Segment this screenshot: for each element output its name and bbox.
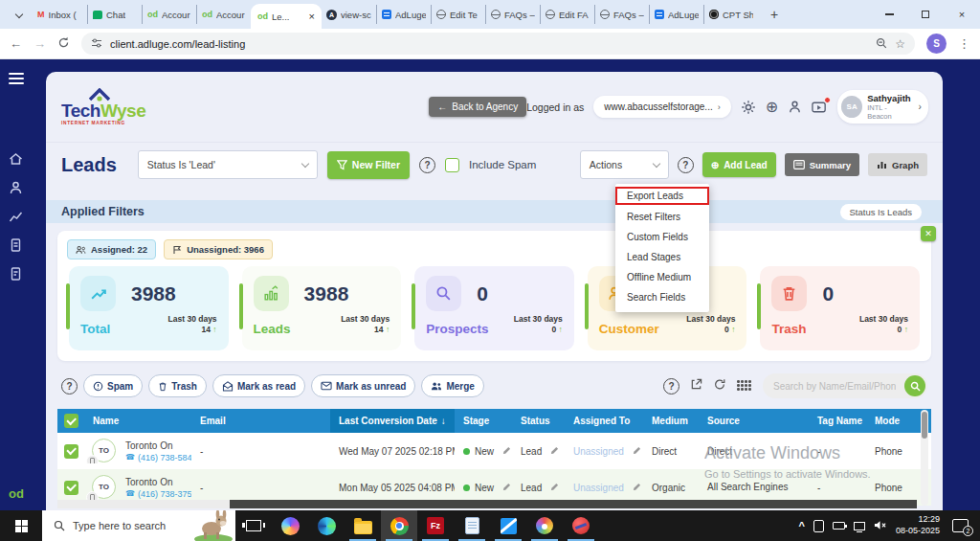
lead-phone[interactable]: ☎(416) 738-3759	[125, 489, 191, 499]
column-header-status[interactable]: Status	[512, 416, 565, 426]
sidebar-analytics-icon[interactable]	[8, 209, 24, 224]
new-filter-button[interactable]: New Filter	[327, 151, 410, 179]
forward-icon[interactable]: →	[33, 36, 46, 51]
select-all-checkbox[interactable]	[64, 414, 78, 428]
zoom-out-icon[interactable]	[876, 37, 887, 51]
expand-icon[interactable]	[690, 377, 702, 394]
row-checkbox[interactable]	[64, 481, 78, 495]
help-icon[interactable]: ?	[678, 157, 694, 173]
edit-pencil-icon[interactable]	[550, 446, 559, 457]
vertical-scrollbar[interactable]	[921, 410, 928, 506]
search-button[interactable]	[904, 375, 925, 396]
actions-select[interactable]: Actions	[580, 150, 669, 179]
volume-muted-icon[interactable]	[874, 517, 887, 534]
browser-tab-view-source[interactable]: Aview-sc	[322, 5, 376, 24]
file-explorer-button[interactable]	[345, 510, 381, 541]
browser-profile-avatar[interactable]: S	[926, 34, 947, 54]
menu-item-export-leads[interactable]: Export Leads	[615, 187, 709, 205]
stat-card-total[interactable]: 3988 TotalLast 30 days14 ↑	[69, 266, 229, 350]
browser-tab-lead-listing-active[interactable]: odLe...×	[251, 4, 322, 29]
column-header-medium[interactable]: Medium	[643, 416, 699, 426]
new-tab-button[interactable]: +	[762, 3, 787, 26]
column-header-mode[interactable]: Mode	[866, 416, 917, 426]
column-header-last-conversion-date[interactable]: Last Conversion Date↓	[330, 409, 455, 433]
battery-icon[interactable]	[833, 522, 845, 530]
edit-pencil-icon[interactable]	[502, 483, 511, 493]
browser-tab-faqs-1[interactable]: FAQs –	[485, 5, 540, 24]
paint-button[interactable]	[526, 510, 563, 541]
taskbar-clock[interactable]: 12:29 08-05-2025	[896, 514, 940, 536]
edit-pencil-icon[interactable]	[633, 446, 641, 457]
notepad-button[interactable]	[454, 510, 490, 541]
reload-icon[interactable]	[57, 36, 70, 52]
taskbar-search[interactable]: Type here to search	[42, 510, 235, 541]
stat-card-trash[interactable]: 0 TrashLast 30 days0 ↑	[760, 266, 920, 350]
back-to-agency-button[interactable]: ←Back to Agency	[429, 97, 526, 117]
start-button[interactable]	[0, 510, 42, 541]
summary-button[interactable]: Summary	[785, 153, 859, 176]
help-icon[interactable]: ?	[61, 378, 78, 394]
settings-gear-icon[interactable]	[741, 100, 756, 115]
sidebar-document-icon[interactable]	[8, 266, 24, 282]
stat-card-prospects[interactable]: 0 ProspectsLast 30 days0 ↑	[414, 266, 574, 350]
browser-menu-icon[interactable]: ⋮	[958, 36, 970, 51]
site-settings-icon[interactable]	[91, 37, 102, 51]
browser-tab-edit-te[interactable]: Edit Te	[431, 5, 485, 24]
include-spam-checkbox[interactable]	[445, 158, 459, 172]
browser-tab-chat[interactable]: Chat	[87, 5, 142, 24]
bookmark-star-icon[interactable]: ☆	[895, 37, 905, 51]
network-icon[interactable]	[854, 522, 865, 530]
menu-item-lead-stages[interactable]: Lead Stages	[615, 247, 709, 267]
lead-name[interactable]: Toronto On	[125, 477, 191, 487]
close-panel-button[interactable]: ✕	[921, 226, 936, 241]
user-icon[interactable]	[788, 100, 802, 114]
mark-as-read-button[interactable]: Mark as read	[212, 374, 305, 397]
column-header-source[interactable]: Source	[699, 416, 809, 426]
tab-search-button[interactable]	[8, 5, 31, 26]
column-header-email[interactable]: Email	[191, 416, 330, 426]
close-window-button[interactable]: ×	[944, 0, 980, 29]
url-text[interactable]: client.adluge.com/lead-listing	[110, 38, 245, 50]
assigned-badge[interactable]: Assigned: 22	[67, 239, 156, 259]
browser-tab-edit-fa[interactable]: Edit FA	[540, 5, 594, 24]
sidebar-report-icon[interactable]	[8, 237, 24, 253]
graph-button[interactable]: Graph	[868, 153, 927, 176]
grid-menu-icon[interactable]	[737, 380, 752, 392]
scrollbar-thumb[interactable]	[922, 412, 927, 439]
tab-close-icon[interactable]: ×	[309, 11, 315, 22]
edit-pencil-icon[interactable]	[502, 446, 511, 457]
browser-tab-inbox[interactable]: MInbox (	[33, 5, 87, 24]
column-header-stage[interactable]: Stage	[455, 416, 512, 426]
merge-button[interactable]: Merge	[421, 374, 483, 397]
notification-center-icon[interactable]: 2	[952, 519, 969, 532]
column-header-name[interactable]: Name	[84, 416, 191, 426]
lead-phone[interactable]: ☎(416) 738-5842	[125, 453, 191, 462]
scrollbar-thumb[interactable]	[230, 500, 917, 508]
add-circle-icon[interactable]: ⊕	[766, 98, 778, 116]
lead-name[interactable]: Toronto On	[125, 440, 191, 451]
mark-as-unread-button[interactable]: Mark as unread	[311, 374, 415, 397]
refresh-icon[interactable]	[713, 377, 726, 394]
address-bar[interactable]: client.adluge.com/lead-listing ☆	[81, 33, 915, 55]
column-header-tag-name[interactable]: Tag Name	[809, 416, 866, 426]
tablet-mode-icon[interactable]	[813, 520, 824, 532]
chrome-button[interactable]	[381, 510, 417, 541]
status-filter-select[interactable]: Status Is 'Lead'	[138, 150, 318, 179]
minimize-button[interactable]	[871, 0, 907, 29]
lead-search-input[interactable]	[773, 381, 896, 392]
account-menu[interactable]: SA Sathyajith INTL - Beacon ›	[837, 90, 928, 124]
menu-item-search-fields[interactable]: Search Fields	[615, 287, 709, 307]
menu-icon[interactable]	[9, 70, 24, 87]
help-icon[interactable]: ?	[663, 378, 679, 394]
menu-item-custom-fields[interactable]: Custom Fields	[615, 227, 709, 247]
tray-expand-icon[interactable]: ^	[799, 520, 805, 531]
trash-button[interactable]: Trash	[148, 374, 207, 397]
edge-button[interactable]	[308, 510, 345, 541]
spam-button[interactable]: Spam	[83, 374, 143, 397]
browser-tab-account-2[interactable]: odAccour	[196, 5, 251, 24]
browser-tab-adluge-1[interactable]: AdLuge	[376, 5, 431, 24]
horizontal-scrollbar[interactable]	[57, 500, 917, 508]
unassigned-badge[interactable]: Unassigned: 3966	[164, 239, 273, 259]
browser-tab-account-1[interactable]: odAccour	[142, 5, 196, 24]
add-lead-button[interactable]: ⊕Add Lead	[702, 152, 776, 177]
